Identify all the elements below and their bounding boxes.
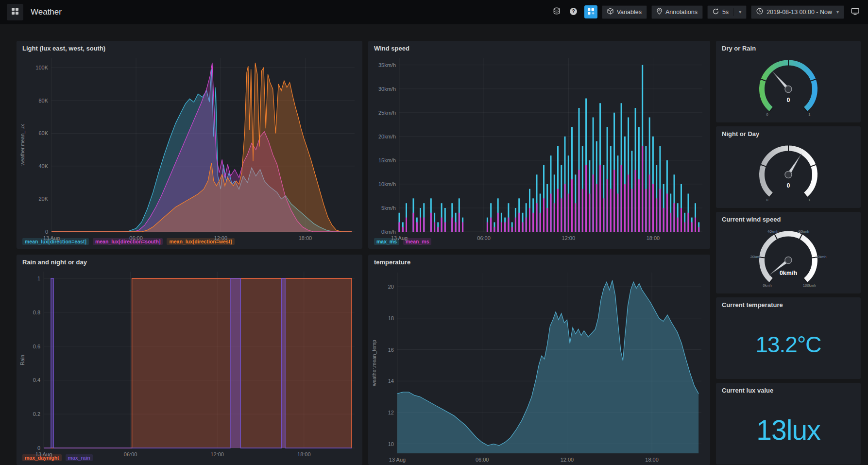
add-panel-icon: [587, 8, 595, 17]
dry-or-rain-gauge: 0 01: [716, 53, 861, 122]
svg-text:0: 0: [766, 198, 768, 202]
add-panel-button[interactable]: [584, 5, 597, 18]
svg-text:20: 20: [388, 284, 394, 290]
annotations-button[interactable]: Annotations: [651, 5, 703, 19]
svg-text:06:00: 06:00: [124, 451, 137, 457]
dashboard-grid: Light (lux east, west, south) 020K40K60K…: [0, 24, 868, 465]
svg-text:60K: 60K: [38, 130, 48, 136]
svg-text:18:00: 18:00: [299, 235, 312, 241]
svg-text:10: 10: [388, 441, 394, 447]
svg-text:weather.mean_temp: weather.mean_temp: [371, 340, 377, 386]
svg-text:06:00: 06:00: [129, 235, 143, 241]
svg-text:30km/h: 30km/h: [378, 86, 396, 92]
svg-text:0kmh: 0kmh: [763, 283, 771, 288]
dashboard-grid-button[interactable]: [7, 4, 23, 20]
panel-title-dry-or-rain[interactable]: Dry or Rain: [716, 41, 861, 53]
panel-title-current-temperature[interactable]: Current temperature: [716, 297, 861, 310]
panel-current-wind-speed: Current wind speed 0km/h 0kmh20kmh40kmh6…: [716, 212, 861, 293]
svg-text:10km/h: 10km/h: [378, 181, 396, 187]
refresh-interval-label: 5s: [722, 9, 729, 16]
annotations-label: Annotations: [665, 9, 698, 16]
svg-text:13 Aug: 13 Aug: [43, 235, 60, 241]
svg-text:15km/h: 15km/h: [378, 157, 396, 163]
monitor-icon: [851, 8, 859, 17]
svg-text:20km/h: 20km/h: [378, 134, 396, 139]
svg-text:25km/h: 25km/h: [378, 110, 396, 116]
panel-title-wind[interactable]: Wind speed: [368, 41, 710, 53]
top-navbar: Weather ? Variables Ann: [0, 0, 868, 24]
refresh-icon: [713, 8, 719, 16]
temperature-chart[interactable]: 10121416182013 Aug06:0012:0018:00weather…: [370, 267, 708, 465]
svg-text:12:00: 12:00: [210, 451, 224, 457]
svg-text:20kmh: 20kmh: [750, 255, 762, 259]
svg-text:0km/h: 0km/h: [381, 229, 396, 235]
svg-text:1: 1: [37, 276, 40, 281]
panel-light: Light (lux east, west, south) 020K40K60K…: [17, 41, 362, 249]
svg-text:12:00: 12:00: [561, 457, 574, 463]
svg-text:0.2: 0.2: [33, 411, 40, 417]
svg-text:18: 18: [388, 315, 394, 321]
panel-title-rain[interactable]: Rain and night or day: [17, 255, 362, 267]
variables-button[interactable]: Variables: [602, 5, 647, 19]
svg-text:5km/h: 5km/h: [381, 205, 396, 211]
svg-text:80kmh: 80kmh: [816, 255, 827, 259]
svg-text:?: ?: [572, 9, 575, 14]
time-range-picker[interactable]: 2019-08-13 00:00 - Now ▾: [751, 5, 844, 19]
panel-title-light[interactable]: Light (lux east, west, south): [17, 41, 362, 53]
svg-text:13 Aug: 13 Aug: [391, 235, 408, 241]
chevron-down-icon: ▾: [739, 9, 741, 15]
grid-icon: [11, 7, 19, 17]
database-icon: [553, 7, 561, 17]
panel-title-current-lux[interactable]: Current lux value: [716, 383, 861, 395]
svg-text:0.6: 0.6: [33, 344, 40, 349]
svg-text:40kmh: 40kmh: [767, 229, 779, 234]
panel-title-temperature[interactable]: temperature: [368, 255, 710, 267]
help-button[interactable]: ?: [567, 6, 580, 18]
svg-text:100kmh: 100kmh: [803, 283, 816, 288]
current-temperature-value: 13.2°C: [716, 310, 861, 379]
time-range-label: 2019-08-13 00:00 - Now: [766, 9, 832, 16]
svg-text:0.4: 0.4: [33, 377, 40, 383]
svg-text:100K: 100K: [35, 65, 48, 70]
pin-icon: [657, 8, 662, 16]
svg-text:20K: 20K: [38, 196, 48, 202]
svg-text:80K: 80K: [38, 98, 48, 103]
wind-speed-chart[interactable]: 0km/h5km/h10km/h15km/h20km/h25km/h30km/h…: [370, 53, 708, 237]
svg-text:0.8: 0.8: [33, 310, 40, 315]
variables-label: Variables: [617, 9, 642, 16]
tv-mode-button[interactable]: [849, 6, 861, 18]
panel-current-temperature: Current temperature 13.2°C: [716, 297, 861, 379]
svg-text:12:00: 12:00: [562, 235, 576, 241]
svg-text:60kmh: 60kmh: [798, 229, 809, 234]
svg-text:1: 1: [808, 112, 810, 117]
panel-temperature: temperature 10121416182013 Aug06:0012:00…: [368, 255, 710, 465]
panel-title-night-or-day[interactable]: Night or Day: [716, 126, 861, 138]
svg-text:0: 0: [45, 229, 48, 235]
rain-daynight-chart[interactable]: 00.20.40.60.8113 Aug06:0012:0018:00Rain: [18, 267, 360, 453]
svg-text:35km/h: 35km/h: [378, 62, 396, 68]
svg-text:12: 12: [388, 410, 394, 415]
dashboard-title[interactable]: Weather: [31, 7, 62, 17]
svg-text:18:00: 18:00: [647, 235, 660, 241]
svg-text:weather.mean_lux: weather.mean_lux: [19, 124, 25, 166]
panel-current-lux: Current lux value 13lux: [716, 383, 861, 465]
chevron-down-icon: ▾: [836, 9, 839, 15]
panel-title-current-wind[interactable]: Current wind speed: [716, 212, 861, 224]
svg-text:13 Aug: 13 Aug: [35, 451, 52, 457]
svg-text:40K: 40K: [38, 163, 48, 169]
svg-text:06:00: 06:00: [476, 457, 489, 463]
panel-dry-or-rain: Dry or Rain 0 01: [716, 41, 861, 122]
night-or-day-gauge: 0 01: [716, 138, 861, 208]
refresh-picker[interactable]: 5s ▾: [707, 5, 747, 19]
svg-text:16: 16: [388, 347, 394, 353]
svg-text:06:00: 06:00: [477, 235, 491, 241]
current-wind-gauge: 0km/h 0kmh20kmh40kmh60kmh80kmh100kmh: [716, 224, 861, 293]
help-icon: ?: [569, 7, 578, 17]
svg-text:18:00: 18:00: [297, 451, 311, 457]
panel-rain-daynight: Rain and night or day 00.20.40.60.8113 A…: [17, 255, 362, 465]
datasource-button[interactable]: [550, 6, 563, 18]
current-lux-value: 13lux: [716, 395, 861, 465]
svg-text:18:00: 18:00: [645, 457, 659, 463]
light-chart[interactable]: 020K40K60K80K100K13 Aug06:0012:0018:00we…: [18, 53, 360, 237]
svg-text:0: 0: [766, 112, 768, 117]
